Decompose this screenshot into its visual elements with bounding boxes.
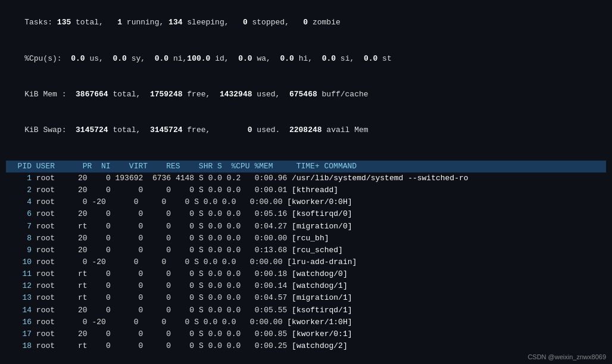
table-row: 2 root 20 0 0 0 0 S 0.0 0.0 0:00.01 [kth… [6, 184, 606, 196]
table-row: 4 root 0 -20 0 0 0 S 0.0 0.0 0:00.00 [kw… [6, 196, 606, 208]
mem-line: KiB Mem : 3867664 total, 1759248 free, 1… [6, 77, 606, 112]
table-row: 13 root rt 0 0 0 0 S 0.0 0.0 0:04.57 [mi… [6, 292, 606, 304]
terminal-window: Tasks: 135 total, 1 running, 134 sleepin… [0, 0, 612, 364]
tasks-total: 135 [57, 18, 71, 27]
table-row: 6 root 20 0 0 0 0 S 0.0 0.0 0:05.16 [kso… [6, 208, 606, 220]
table-row: 8 root 20 0 0 0 0 S 0.0 0.0 0:00.00 [rcu… [6, 233, 606, 244]
table-row: 18 root rt 0 0 0 0 S 0.0 0.0 0:00.25 [wa… [6, 340, 606, 352]
table-row: 16 root 0 -20 0 0 0 S 0.0 0.0 0:00.00 [k… [6, 316, 606, 328]
blank-line [6, 149, 606, 161]
table-row: 14 root 20 0 0 0 0 S 0.0 0.0 0:05.55 [ks… [6, 305, 606, 316]
swap-line: KiB Swap: 3145724 total, 3145724 free, 0… [6, 112, 606, 148]
process-header: PID USER PR NI VIRT RES SHR S %CPU %MEM … [6, 161, 606, 172]
watermark: CSDN @weixin_znwx8069 [527, 353, 606, 360]
cpu-line: %Cpu(s): 0.0 us, 0.0 sy, 0.0 ni,100.0 id… [6, 40, 606, 76]
prompt-line: [root@localhost ~]# [6, 352, 606, 364]
table-row: 10 root 0 -20 0 0 0 S 0.0 0.0 0:00.00 [l… [6, 256, 606, 268]
table-row: 12 root rt 0 0 0 0 S 0.0 0.0 0:00.14 [wa… [6, 280, 606, 292]
tasks-line: Tasks: 135 total, 1 running, 134 sleepin… [6, 5, 606, 40]
table-row: 1 root 20 0 193692 6736 4148 S 0.0 0.2 0… [6, 172, 606, 184]
table-row: 9 root 20 0 0 0 0 S 0.0 0.0 0:13.68 [rcu… [6, 244, 606, 256]
process-list: 1 root 20 0 193692 6736 4148 S 0.0 0.2 0… [6, 172, 606, 352]
table-row: 17 root 20 0 0 0 0 S 0.0 0.0 0:00.85 [kw… [6, 328, 606, 340]
tasks-label: Tasks: [24, 18, 57, 27]
table-row: 11 root rt 0 0 0 0 S 0.0 0.0 0:00.18 [wa… [6, 268, 606, 280]
table-row: 7 root rt 0 0 0 0 S 0.0 0.0 0:04.27 [mig… [6, 221, 606, 233]
